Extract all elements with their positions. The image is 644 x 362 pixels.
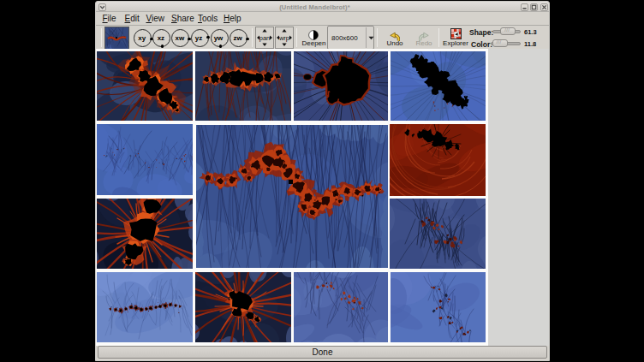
svg-text:pan: pan (259, 34, 270, 42)
svg-text:wrp: wrp (277, 34, 289, 42)
